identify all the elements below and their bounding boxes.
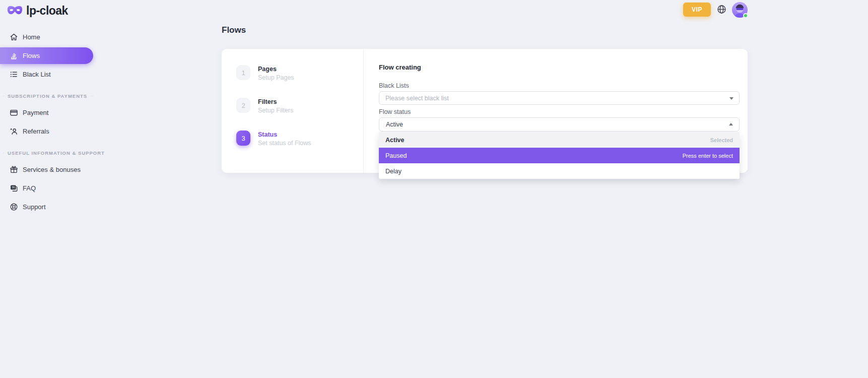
sidebar-item-flows[interactable]: Flows [0, 47, 93, 64]
step-title: Pages [258, 65, 294, 73]
sidebar: lp-cloak Home Flows [0, 0, 93, 217]
online-status-dot [743, 13, 748, 18]
flow-stepper: 1 Pages Setup Pages 2 Filters Setup Filt… [222, 49, 364, 173]
black-lists-select[interactable] [379, 91, 740, 105]
option-active[interactable]: Active Selected [379, 132, 740, 148]
sidebar-section-useful: USEFUL INFORMATION & SUPPORT [0, 150, 93, 156]
user-avatar[interactable] [732, 2, 748, 18]
flow-creating-form: Flow creating Black Lists Flow status Ac… [364, 49, 748, 173]
page-title: Flows [222, 25, 748, 35]
sidebar-nav: Home Flows Black List [0, 29, 93, 215]
faq-chat-icon: ?! [10, 184, 18, 193]
option-paused[interactable]: Paused Press enter to select [379, 148, 740, 163]
home-icon [10, 33, 18, 41]
option-label: Active [385, 137, 405, 144]
step-title: Filters [258, 98, 293, 105]
mask-icon [7, 5, 23, 16]
sidebar-item-label: Home [23, 33, 40, 41]
chevron-down-icon [729, 97, 733, 100]
vip-button[interactable]: VIP [683, 3, 711, 17]
step-subtitle: Setup Pages [258, 74, 294, 81]
step-number: 1 [236, 65, 250, 80]
option-label: Paused [385, 152, 407, 159]
sidebar-item-label: Services & bonuses [23, 166, 81, 173]
sidebar-item-faq[interactable]: ?! FAQ [0, 180, 93, 197]
brand-name: lp-cloak [26, 4, 68, 18]
gift-icon [10, 165, 18, 174]
sidebar-item-payment[interactable]: Payment [0, 104, 93, 121]
sidebar-item-label: Black List [23, 71, 51, 78]
sidebar-item-label: Payment [23, 109, 48, 116]
option-hint: Press enter to select [683, 153, 733, 159]
main-content: Flows 1 Pages Setup Pages 2 Filters Setu… [222, 25, 748, 173]
sidebar-item-label: Flows [23, 52, 40, 59]
flow-status-select[interactable]: Active [379, 117, 740, 132]
globe-icon[interactable] [716, 5, 726, 15]
step-number: 2 [236, 98, 250, 113]
sidebar-item-label: FAQ [23, 184, 36, 192]
step-filters[interactable]: 2 Filters Setup Filters [236, 98, 363, 114]
black-lists-label: Black Lists [379, 83, 740, 89]
step-subtitle: Set status of Flows [258, 140, 311, 147]
sidebar-item-support[interactable]: Support [0, 199, 93, 215]
black-list-icon [10, 70, 18, 79]
flow-creating-card: 1 Pages Setup Pages 2 Filters Setup Filt… [222, 49, 748, 173]
sidebar-item-home[interactable]: Home [0, 29, 93, 45]
sidebar-item-referrals[interactable]: Referrals [0, 123, 93, 140]
option-hint: Selected [710, 137, 733, 143]
flow-status-dropdown: Active Selected Paused Press enter to se… [379, 132, 740, 179]
flow-status-label: Flow status [379, 109, 740, 115]
svg-text:?!: ?! [12, 186, 15, 189]
topbar: VIP [683, 1, 748, 18]
step-pages[interactable]: 1 Pages Setup Pages [236, 65, 363, 81]
sidebar-item-services[interactable]: Services & bonuses [0, 161, 93, 178]
sidebar-item-black-list[interactable]: Black List [0, 66, 93, 83]
credit-card-icon [10, 108, 18, 117]
flow-status-value: Active [386, 121, 403, 128]
referrals-person-icon [10, 127, 18, 136]
brand[interactable]: lp-cloak [0, 4, 93, 18]
sidebar-item-label: Referrals [23, 128, 49, 135]
step-status[interactable]: 3 Status Set status of Flows [236, 131, 363, 147]
form-title: Flow creating [379, 64, 740, 71]
step-number: 3 [236, 131, 250, 146]
flows-stack-icon [10, 51, 18, 60]
option-delay[interactable]: Delay [379, 163, 740, 179]
lifebuoy-icon [10, 203, 18, 211]
chevron-up-icon [729, 123, 733, 125]
sidebar-section-subscription: SUBSCRIPTION & PAYMENTS [0, 93, 93, 99]
sidebar-item-label: Support [23, 203, 46, 211]
step-title: Status [258, 131, 311, 138]
step-subtitle: Setup Filters [258, 107, 293, 114]
option-label: Delay [385, 168, 402, 175]
